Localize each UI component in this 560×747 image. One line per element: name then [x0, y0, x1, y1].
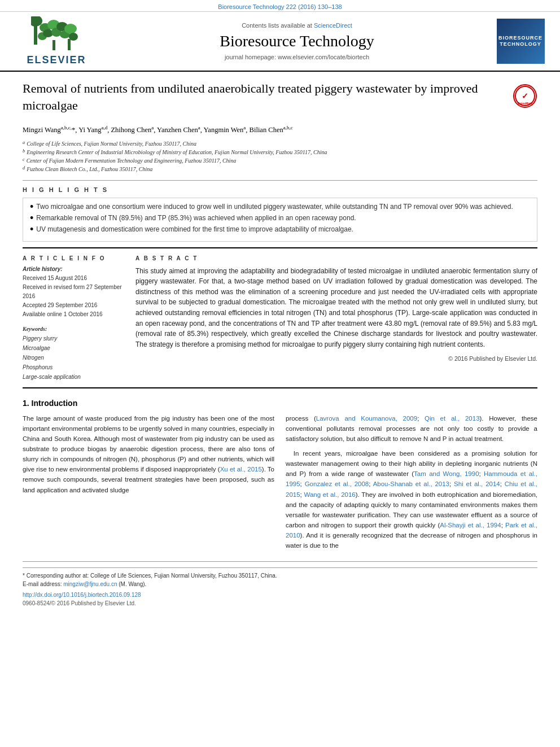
science-direct-link[interactable]: ScienceDirect	[314, 22, 352, 29]
affiliations: aCollege of Life Sciences, Fujian Normal…	[23, 139, 537, 173]
svg-rect-11	[53, 40, 55, 50]
lavrova-ref[interactable]: Lavrova and Koumanova, 2009	[316, 415, 417, 422]
footnote-divider	[23, 561, 537, 562]
journal-reference: Bioresource Technology 222 (2016) 130–13…	[218, 3, 342, 10]
doi-link[interactable]: http://dx.doi.org/10.1016/j.biortech.201…	[23, 592, 141, 598]
highlights-section: H I G H L I G H T S • Two microalgae and…	[23, 186, 537, 242]
abstract-header: A B S T R A C T	[135, 255, 537, 261]
wang-ref[interactable]: Wang et al., 2016	[304, 491, 356, 498]
intro-paragraph-1: The large amount of waste produced from …	[23, 413, 274, 495]
keyword-3: Nitrogen	[23, 353, 124, 362]
keyword-1: Piggery slurry	[23, 334, 124, 343]
intro-paragraph-2: process (Lavrova and Koumanova, 2009; Qi…	[286, 413, 537, 444]
svg-text:✓: ✓	[522, 91, 528, 101]
received-date: Received 15 August 2016	[23, 274, 124, 283]
intro-paragraph-3: In recent years, microalgae have been co…	[286, 448, 537, 551]
journal-homepage: journal homepage: www.elsevier.com/locat…	[102, 54, 492, 60]
keyword-2: Microalgae	[23, 343, 124, 353]
science-direct-label: Contents lists available at ScienceDirec…	[102, 22, 492, 29]
abou-ref[interactable]: Abou-Shanab et al., 2013	[373, 480, 449, 487]
shi-ref[interactable]: Shi et al., 2014	[454, 480, 500, 487]
highlights-list: • Two microalgae and one consortium were…	[30, 203, 530, 234]
keywords-section: Keywords: Piggery slurry Microalgae Nitr…	[23, 326, 124, 382]
top-bar: Bioresource Technology 222 (2016) 130–13…	[0, 0, 560, 11]
divider-3	[23, 387, 537, 388]
journal-title-heading: Bioresource Technology	[102, 32, 492, 50]
journal-logo: BIORESOURCE TECHNOLOGY	[492, 19, 549, 64]
divider-2	[23, 247, 537, 248]
keyword-4: Phosphorus	[23, 362, 124, 372]
abstract-column: A B S T R A C T This study aimed at impr…	[135, 255, 537, 382]
available-date: Available online 1 October 2016	[23, 310, 124, 319]
keywords-label: Keywords:	[23, 326, 124, 332]
article-info-header: A R T I C L E I N F O	[23, 255, 124, 261]
corresponding-author: * Corresponding author at: College of Li…	[23, 571, 537, 580]
article-info-column: A R T I C L E I N F O Article history: R…	[23, 255, 124, 382]
qin-ref[interactable]: Qin et al., 2013	[425, 415, 480, 422]
elsevier-wordmark: ELSEVIER	[27, 54, 86, 66]
abstract-text: This study aimed at improving the adapta…	[135, 266, 537, 350]
svg-text:CrossMark: CrossMark	[518, 102, 532, 105]
copyright-notice: © 2016 Published by Elsevier Ltd.	[135, 355, 537, 362]
journal-logo-text: BIORESOURCE TECHNOLOGY	[498, 35, 542, 47]
journal-header-center: Contents lists available at ScienceDirec…	[102, 22, 492, 60]
svg-point-9	[64, 24, 77, 34]
al-shayji-ref[interactable]: Al-Shayji et al., 1994	[440, 522, 501, 528]
introduction-section: 1. Introduction The large amount of wast…	[23, 399, 537, 556]
email-address: E-mail address: mingziw@fjnu.edu.cn (M. …	[23, 580, 537, 588]
tam-ref[interactable]: Tam and Wong, 1990	[414, 470, 479, 477]
elsevier-branding: ELSEVIER	[11, 16, 102, 66]
xu-ref-link[interactable]: Xu et al., 2015	[220, 466, 262, 473]
intro-col-left: The large amount of waste produced from …	[23, 413, 274, 556]
highlight-item-2: • Remarkable removal of TN (89.5%) and T…	[30, 214, 530, 223]
authors-line: Mingzi Wanga,b,c,*, Yi Yanga,d, Zhihong …	[23, 125, 537, 134]
intro-col-right: process (Lavrova and Koumanova, 2009; Qi…	[286, 413, 537, 556]
crossmark-badge[interactable]: ✓ CrossMark	[512, 83, 537, 108]
divider-1	[23, 180, 537, 181]
gonzalez-ref[interactable]: Gonzalez et al., 2008	[305, 480, 369, 487]
doi-line: http://dx.doi.org/10.1016/j.biortech.201…	[23, 591, 537, 599]
journal-header: ELSEVIER Contents lists available at Sci…	[0, 11, 560, 72]
accepted-date: Accepted 29 September 2016	[23, 301, 124, 310]
article-history: Article history: Received 15 August 2016…	[23, 266, 124, 319]
article-title: Removal of nutrients from undiluted anae…	[23, 80, 504, 113]
keyword-5: Large-scale application	[23, 372, 124, 382]
email-link[interactable]: mingziw@fjnu.edu.cn	[63, 581, 117, 587]
highlights-header: H I G H L I G H T S	[23, 186, 537, 193]
section-title: 1. Introduction	[23, 399, 537, 408]
history-label: Article history:	[23, 266, 124, 272]
revised-date: Received in revised form 27 September 20…	[23, 283, 124, 301]
footnotes: * Corresponding author at: College of Li…	[23, 567, 537, 608]
issn-line: 0960-8524/© 2016 Published by Elsevier L…	[23, 599, 537, 608]
svg-rect-12	[68, 39, 71, 50]
highlight-item-3: • UV mutagenesis and domestication were …	[30, 225, 530, 234]
highlight-item-1: • Two microalgae and one consortium were…	[30, 203, 530, 212]
